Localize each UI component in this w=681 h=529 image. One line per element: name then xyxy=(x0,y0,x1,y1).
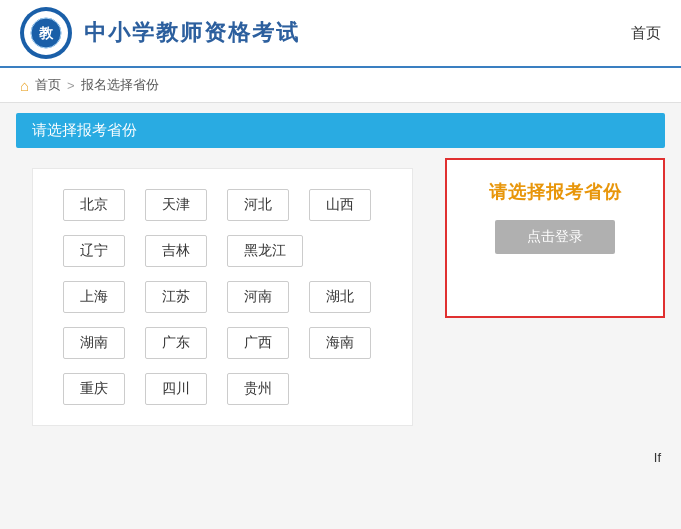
site-header: 教 中小学教师资格考试 首页 xyxy=(0,0,681,68)
province-button[interactable]: 吉林 xyxy=(145,235,207,267)
logo: 教 xyxy=(20,7,72,59)
content-area: 北京天津河北山西辽宁吉林黑龙江上海江苏河南湖北湖南广东广西海南重庆四川贵州 请选… xyxy=(16,158,665,436)
nav-home-link[interactable]: 首页 xyxy=(631,24,661,43)
login-box-prompt: 请选择报考省份 xyxy=(489,180,622,204)
breadcrumb-home[interactable]: 首页 xyxy=(35,76,61,94)
province-button[interactable]: 广东 xyxy=(145,327,207,359)
breadcrumb-separator: > xyxy=(67,78,75,93)
province-button[interactable]: 河南 xyxy=(227,281,289,313)
province-button[interactable]: 河北 xyxy=(227,189,289,221)
province-container: 北京天津河北山西辽宁吉林黑龙江上海江苏河南湖北湖南广东广西海南重庆四川贵州 xyxy=(32,168,413,426)
province-button[interactable]: 贵州 xyxy=(227,373,289,405)
site-title: 中小学教师资格考试 xyxy=(84,18,300,48)
province-grid: 北京天津河北山西辽宁吉林黑龙江上海江苏河南湖北湖南广东广西海南重庆四川贵州 xyxy=(63,189,382,405)
home-icon: ⌂ xyxy=(20,77,29,94)
logo-inner: 教 xyxy=(24,11,68,55)
section-title: 请选择报考省份 xyxy=(16,113,665,148)
province-button[interactable]: 上海 xyxy=(63,281,125,313)
province-button[interactable]: 天津 xyxy=(145,189,207,221)
breadcrumb: ⌂ 首页 > 报名选择省份 xyxy=(0,68,681,103)
login-panel: 请选择报考省份 点击登录 xyxy=(445,158,665,436)
province-button[interactable]: 山西 xyxy=(309,189,371,221)
province-button[interactable]: 海南 xyxy=(309,327,371,359)
login-button[interactable]: 点击登录 xyxy=(495,220,615,254)
breadcrumb-current: 报名选择省份 xyxy=(81,76,159,94)
province-button[interactable]: 北京 xyxy=(63,189,125,221)
svg-text:教: 教 xyxy=(38,26,54,41)
if-hint-text: If xyxy=(0,446,681,465)
province-button[interactable]: 湖南 xyxy=(63,327,125,359)
province-button[interactable]: 江苏 xyxy=(145,281,207,313)
province-button[interactable]: 黑龙江 xyxy=(227,235,303,267)
province-panel: 北京天津河北山西辽宁吉林黑龙江上海江苏河南湖北湖南广东广西海南重庆四川贵州 xyxy=(16,158,429,436)
header-left: 教 中小学教师资格考试 xyxy=(20,7,300,59)
province-button[interactable]: 重庆 xyxy=(63,373,125,405)
province-button[interactable]: 辽宁 xyxy=(63,235,125,267)
province-button[interactable]: 湖北 xyxy=(309,281,371,313)
province-button[interactable]: 四川 xyxy=(145,373,207,405)
province-button[interactable]: 广西 xyxy=(227,327,289,359)
logo-icon: 教 xyxy=(29,16,63,50)
login-box: 请选择报考省份 点击登录 xyxy=(445,158,665,318)
